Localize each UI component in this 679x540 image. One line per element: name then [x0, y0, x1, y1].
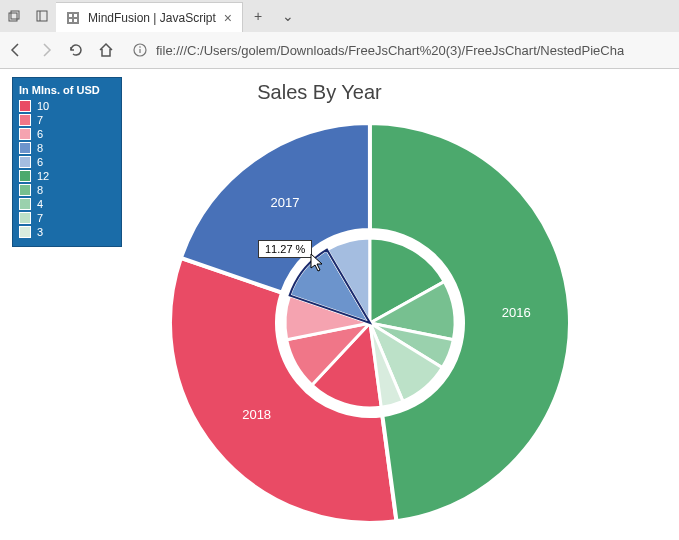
- svg-rect-7: [69, 19, 72, 22]
- tab-strip: MindFusion | JavaScript × + ⌄: [0, 0, 679, 32]
- svg-rect-4: [67, 12, 79, 24]
- legend-title: In Mlns. of USD: [19, 84, 115, 96]
- browser-tab[interactable]: MindFusion | JavaScript ×: [56, 2, 243, 32]
- tab-more-button[interactable]: ⌄: [273, 8, 303, 24]
- legend-item[interactable]: 6: [19, 128, 115, 140]
- tab-title: MindFusion | JavaScript: [88, 11, 216, 25]
- svg-rect-1: [11, 11, 19, 19]
- info-icon[interactable]: [132, 42, 148, 58]
- nav-bar: file:///C:/Users/golem/Downloads/FreeJsC…: [0, 32, 679, 68]
- tooltip: 11.27 %: [258, 240, 312, 258]
- legend-swatch: [19, 114, 31, 126]
- slice-label: 2017: [270, 195, 299, 210]
- legend-label: 6: [37, 156, 43, 168]
- new-tab-button[interactable]: +: [243, 8, 273, 24]
- favicon-icon: [66, 11, 80, 25]
- svg-rect-2: [37, 11, 47, 21]
- back-button[interactable]: [8, 42, 24, 58]
- legend-swatch: [19, 212, 31, 224]
- legend-swatch: [19, 184, 31, 196]
- legend-item[interactable]: 10: [19, 100, 115, 112]
- url-bar[interactable]: file:///C:/Users/golem/Downloads/FreeJsC…: [128, 42, 671, 58]
- svg-point-10: [139, 46, 141, 48]
- home-button[interactable]: [98, 42, 114, 58]
- legend-item[interactable]: 3: [19, 226, 115, 238]
- legend-label: 3: [37, 226, 43, 238]
- tooltip-text: 11.27 %: [265, 243, 305, 255]
- legend-label: 12: [37, 170, 49, 182]
- legend-swatch: [19, 226, 31, 238]
- page-content: In Mlns. of USD 107686128473 Sales By Ye…: [0, 69, 679, 540]
- legend-item[interactable]: 8: [19, 184, 115, 196]
- url-text: file:///C:/Users/golem/Downloads/FreeJsC…: [156, 43, 624, 58]
- legend-swatch: [19, 156, 31, 168]
- slice-label: 2018: [242, 407, 271, 422]
- legend-label: 4: [37, 198, 43, 210]
- legend-item[interactable]: 8: [19, 142, 115, 154]
- legend-item[interactable]: 6: [19, 156, 115, 168]
- legend-item[interactable]: 7: [19, 212, 115, 224]
- legend-label: 7: [37, 114, 43, 126]
- nested-pie-chart[interactable]: 201820172016: [155, 108, 585, 538]
- svg-rect-5: [69, 14, 72, 17]
- legend-label: 10: [37, 100, 49, 112]
- legend-swatch: [19, 198, 31, 210]
- legend-label: 6: [37, 128, 43, 140]
- legend-swatch: [19, 128, 31, 140]
- svg-rect-0: [9, 13, 17, 21]
- svg-rect-8: [74, 19, 77, 22]
- legend-item[interactable]: 4: [19, 198, 115, 210]
- svg-rect-6: [74, 14, 77, 17]
- legend-item[interactable]: 7: [19, 114, 115, 126]
- refresh-button[interactable]: [68, 42, 84, 58]
- forward-button: [38, 42, 54, 58]
- legend: In Mlns. of USD 107686128473: [12, 77, 122, 247]
- window-aside-icon[interactable]: [28, 0, 56, 32]
- legend-swatch: [19, 142, 31, 154]
- window-recent-icon[interactable]: [0, 0, 28, 32]
- legend-label: 8: [37, 184, 43, 196]
- close-tab-icon[interactable]: ×: [224, 10, 232, 26]
- legend-item[interactable]: 12: [19, 170, 115, 182]
- legend-label: 7: [37, 212, 43, 224]
- legend-swatch: [19, 100, 31, 112]
- browser-chrome: MindFusion | JavaScript × + ⌄ file:///C:…: [0, 0, 679, 69]
- legend-label: 8: [37, 142, 43, 154]
- legend-swatch: [19, 170, 31, 182]
- slice-label: 2016: [501, 305, 530, 320]
